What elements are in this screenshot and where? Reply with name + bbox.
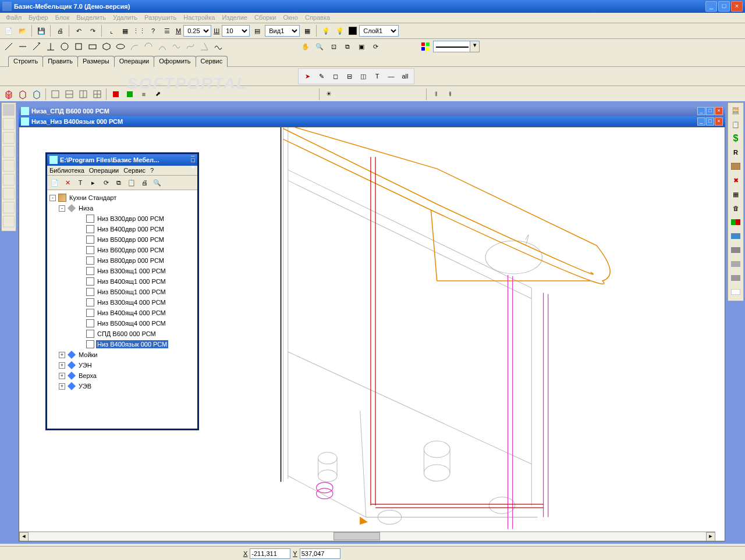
- tree-row[interactable]: Низ В300ящ4 000 РСМ: [49, 297, 195, 308]
- bulb-button[interactable]: 💡: [334, 24, 346, 37]
- wf3-button[interactable]: [77, 88, 90, 101]
- tab-Размеры[interactable]: Размеры: [77, 56, 115, 67]
- circle-button[interactable]: [58, 40, 71, 53]
- doc-header-inactive[interactable]: Низа_СПД В600 000 РСМ _ □ ×: [19, 106, 725, 116]
- view-next-button[interactable]: ▦: [301, 24, 314, 37]
- scroll-thumb[interactable]: [334, 532, 380, 540]
- redo-button[interactable]: ↷: [86, 24, 99, 37]
- perpendicular-button[interactable]: [44, 40, 57, 53]
- print-button[interactable]: 🖨: [54, 24, 66, 37]
- lib-paste-button[interactable]: 📋: [126, 177, 137, 188]
- tab-Оформить[interactable]: Оформить: [154, 56, 196, 67]
- wf4-button[interactable]: [91, 88, 104, 101]
- square-button[interactable]: [72, 40, 85, 53]
- lt-dim-button[interactable]: [3, 188, 15, 199]
- doc-close-button[interactable]: ×: [715, 107, 723, 115]
- wf2-button[interactable]: [63, 88, 76, 101]
- doc-header-active[interactable]: Низа_Низ В400язык 000 РСМ _ □ ×: [19, 116, 725, 127]
- doc-close-button[interactable]: ×: [715, 117, 723, 126]
- lib-refresh-button[interactable]: ⟳: [101, 177, 111, 188]
- palette-button[interactable]: [419, 40, 432, 53]
- before-view-icon[interactable]: ▤: [251, 24, 264, 37]
- lib-print-button[interactable]: 🖨: [139, 177, 150, 188]
- menu-Блок[interactable]: Блок: [52, 13, 73, 22]
- close-button[interactable]: ×: [731, 1, 743, 12]
- select-rect-button[interactable]: ◻: [329, 70, 342, 83]
- lt-vpanel-button[interactable]: [3, 118, 15, 130]
- lt-bend-button[interactable]: [3, 146, 15, 158]
- ellipse-button[interactable]: [114, 40, 127, 53]
- pan-button[interactable]: ✋: [299, 40, 312, 53]
- menu-Разрушить[interactable]: Разрушить: [141, 13, 180, 22]
- tree-row[interactable]: +Мойки: [49, 349, 195, 360]
- library-dialog[interactable]: E:\Program Files\Базис Мебел... _ □ × Би…: [45, 152, 199, 430]
- w-combo[interactable]: 10: [222, 25, 250, 37]
- tree-row[interactable]: Низ В800двр 000 РСМ: [49, 255, 195, 266]
- library-close-button[interactable]: ×: [191, 163, 195, 170]
- lib-new-button[interactable]: 📄: [49, 177, 60, 188]
- tree-row[interactable]: Низ В400ящ4 000 РСМ: [49, 308, 195, 318]
- rt-del-icon[interactable]: ✖: [729, 174, 742, 187]
- lib-menu-Операции[interactable]: Операции: [89, 167, 119, 174]
- maximize-button[interactable]: □: [718, 1, 730, 12]
- tree-row[interactable]: Низ В400двр 000 РСМ: [49, 224, 195, 234]
- zoom-window-button[interactable]: ⊡: [327, 40, 340, 53]
- rt-color2-icon[interactable]: [729, 230, 742, 242]
- tree-row[interactable]: +Верха: [49, 370, 195, 381]
- open-file-button[interactable]: 📂: [16, 24, 29, 37]
- cursor-link-button[interactable]: ⬈: [151, 88, 164, 101]
- m-combo[interactable]: 0.25: [183, 25, 211, 37]
- menu-Буфер[interactable]: Буфер: [25, 13, 52, 22]
- line-arrow-button[interactable]: [30, 40, 43, 53]
- lt-section-button[interactable]: [3, 202, 15, 213]
- layer-color-swatch[interactable]: [349, 27, 357, 35]
- tree-row[interactable]: +УЭН: [49, 360, 195, 370]
- rt-dollar-icon[interactable]: $: [729, 132, 742, 145]
- doc-max-button[interactable]: □: [706, 117, 714, 126]
- sun-button[interactable]: ☀: [322, 88, 335, 101]
- scroll-track[interactable]: [29, 532, 706, 541]
- text-select-button[interactable]: T: [371, 70, 384, 83]
- doc-min-button[interactable]: _: [697, 117, 705, 126]
- tree-row[interactable]: -Кухни Стандарт: [49, 192, 195, 203]
- tree-row[interactable]: СПД В600 000 РСМ: [49, 329, 195, 339]
- help-button[interactable]: ?: [147, 24, 159, 37]
- lib-menu-Сервис[interactable]: Сервис: [123, 167, 146, 174]
- minimize-button[interactable]: _: [705, 1, 717, 12]
- lt-doc-button[interactable]: [3, 216, 15, 227]
- tab-Строить[interactable]: Строить: [8, 56, 43, 67]
- lt-pin-button[interactable]: [3, 174, 15, 186]
- refresh-button[interactable]: ⟳: [369, 40, 382, 53]
- lib-menu-Библиотека[interactable]: Библиотека: [49, 167, 84, 174]
- menu-Выделить[interactable]: Выделить: [73, 13, 109, 22]
- menu-Справка[interactable]: Справка: [301, 13, 334, 22]
- tree-expander[interactable]: +: [59, 383, 65, 390]
- horizontal-scrollbar[interactable]: ◄ ►: [19, 532, 715, 541]
- arc3-button[interactable]: [156, 40, 169, 53]
- axis-button[interactable]: ⌞: [105, 24, 118, 37]
- save-button[interactable]: 💾: [35, 24, 48, 37]
- tree-expander[interactable]: +: [59, 373, 65, 379]
- lib-delete-button[interactable]: ✕: [62, 177, 73, 188]
- select-line-button[interactable]: —: [385, 70, 398, 83]
- lib-text-button[interactable]: T: [75, 177, 86, 188]
- line-horiz-button[interactable]: [16, 40, 29, 53]
- arc2-button[interactable]: [142, 40, 155, 53]
- tree-expander[interactable]: +: [59, 352, 65, 358]
- rt-calc-icon[interactable]: 🧮: [729, 104, 742, 117]
- tree-row[interactable]: Низ В500двр 000 РСМ: [49, 234, 195, 245]
- doc-max-button[interactable]: □: [706, 107, 714, 115]
- tab-Сервис[interactable]: Сервис: [196, 56, 228, 67]
- zoom-doc-button[interactable]: ⧉: [341, 40, 354, 53]
- tree-row[interactable]: Низ В400язык 000 РСМ: [49, 339, 195, 349]
- lt-hpanel-button[interactable]: [3, 132, 15, 144]
- rt-trash-icon[interactable]: 🗑: [729, 202, 742, 215]
- angle-button[interactable]: [198, 40, 211, 53]
- undo-button[interactable]: ↶: [72, 24, 85, 37]
- new-file-button[interactable]: 📄: [2, 24, 15, 37]
- arc-button[interactable]: [128, 40, 141, 53]
- layers-button[interactable]: ≡: [137, 88, 150, 101]
- tree-row[interactable]: Низ В400ящ1 000 РСМ: [49, 276, 195, 287]
- rt-mat-icon[interactable]: ▦: [729, 188, 742, 201]
- spline-button[interactable]: [184, 40, 197, 53]
